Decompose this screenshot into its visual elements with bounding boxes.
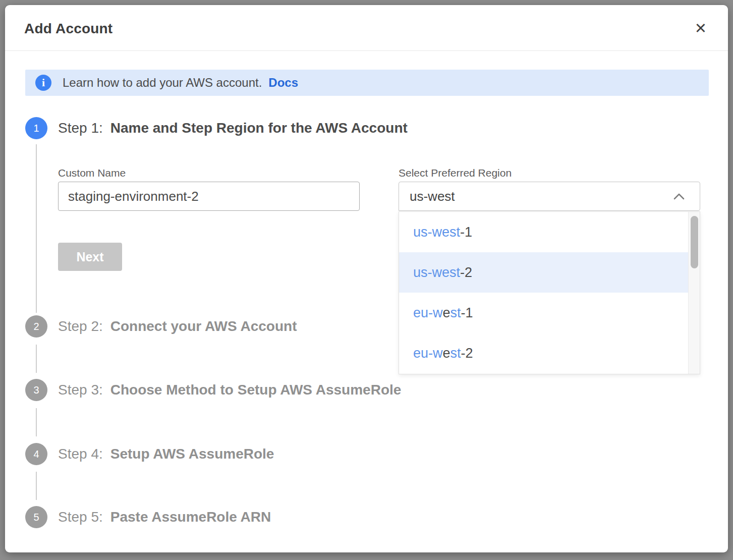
region-dropdown: us-west-1us-west-2eu-west-1eu-west-2: [399, 211, 700, 374]
region-option-eu-west-2[interactable]: eu-west-2: [399, 333, 688, 373]
custom-name-label: Custom Name: [58, 167, 126, 179]
option-text-segment: st: [450, 305, 461, 321]
option-text-segment: -1: [461, 305, 473, 321]
region-combobox[interactable]: us-west: [399, 182, 700, 211]
dropdown-scrollbar-thumb[interactable]: [691, 216, 698, 268]
step-5-title: Step 5:Paste AssumeRole ARN: [58, 509, 271, 525]
option-text-segment: us-west: [413, 265, 460, 281]
info-icon: i: [35, 75, 51, 91]
custom-name-input[interactable]: [58, 182, 360, 211]
option-text-segment: -2: [460, 265, 472, 281]
step-4-name: Setup AWS AssumeRole: [110, 446, 274, 462]
option-text-segment: e: [443, 346, 450, 361]
banner-text: Learn how to add your AWS account.: [63, 76, 262, 90]
step-3-circle: 3: [25, 379, 47, 401]
step-3-name: Choose Method to Setup AWS AssumeRole: [110, 382, 402, 398]
option-text-segment: e: [443, 305, 450, 321]
dropdown-scrollbar-track[interactable]: [688, 212, 700, 374]
region-option-list: us-west-1us-west-2eu-west-1eu-west-2: [399, 212, 688, 374]
step-2-circle: 2: [25, 315, 47, 338]
step-4-title: Step 4:Setup AWS AssumeRole: [58, 446, 274, 462]
step-1-title: Step 1:Name and Step Region for the AWS …: [58, 120, 408, 136]
step-5-name: Paste AssumeRole ARN: [110, 509, 271, 525]
chevron-up-icon: [672, 191, 686, 205]
step-connector-2-3: [36, 345, 37, 373]
step-connector-4-5: [36, 472, 37, 500]
step-2-title: Step 2:Connect your AWS Account: [58, 318, 297, 334]
region-combobox-value: us-west: [410, 189, 455, 204]
step-2-number: 2: [33, 321, 39, 332]
step-2-name: Connect your AWS Account: [110, 318, 297, 334]
option-text-segment: eu-w: [413, 305, 443, 321]
step-1-prefix: Step 1:: [58, 120, 103, 136]
info-banner: i Learn how to add your AWS account. Doc…: [25, 70, 709, 96]
step-3-number: 3: [33, 384, 39, 396]
option-text-segment: -1: [460, 225, 472, 240]
step-3-title: Step 3:Choose Method to Setup AWS Assume…: [58, 382, 401, 398]
option-text-segment: -2: [461, 346, 473, 361]
next-button[interactable]: Next: [58, 243, 122, 271]
step-connector-1-2: [36, 144, 37, 313]
option-text-segment: eu-w: [413, 346, 443, 361]
close-icon[interactable]: ✕: [691, 18, 711, 38]
region-option-us-west-2[interactable]: us-west-2: [399, 252, 688, 293]
region-option-eu-west-1[interactable]: eu-west-1: [399, 293, 688, 333]
option-text-segment: st: [450, 346, 461, 361]
step-connector-3-4: [36, 408, 37, 436]
option-text-segment: us-west: [413, 225, 460, 240]
region-label: Select Preferred Region: [399, 167, 512, 179]
region-option-us-west-1[interactable]: us-west-1: [399, 212, 688, 252]
step-5-number: 5: [33, 512, 39, 523]
add-account-modal: Add Account ✕ i Learn how to add your AW…: [5, 5, 728, 552]
step-5-prefix: Step 5:: [58, 509, 103, 525]
step-4-prefix: Step 4:: [58, 446, 103, 462]
step-2-prefix: Step 2:: [58, 318, 103, 334]
header-divider: [5, 50, 728, 51]
docs-link[interactable]: Docs: [268, 76, 298, 90]
step-5-circle: 5: [25, 506, 47, 528]
step-1-number: 1: [33, 123, 39, 134]
step-4-circle: 4: [25, 443, 47, 465]
modal-title: Add Account: [24, 21, 112, 37]
step-1-name: Name and Step Region for the AWS Account: [110, 120, 408, 136]
step-3-prefix: Step 3:: [58, 382, 103, 398]
step-1-circle: 1: [25, 117, 47, 139]
step-4-number: 4: [33, 449, 39, 460]
